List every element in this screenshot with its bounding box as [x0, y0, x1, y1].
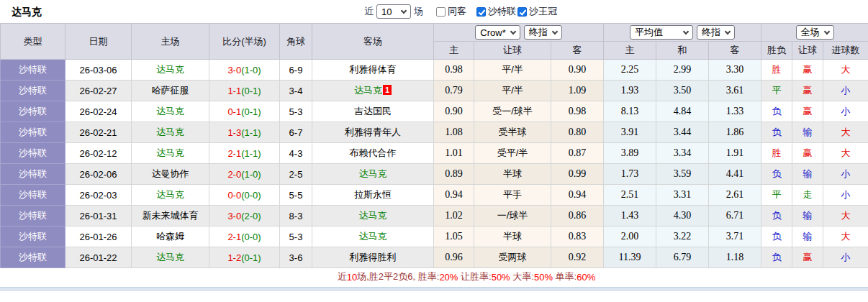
- col-header-date: 日期: [65, 24, 132, 60]
- col-header-home: 主场: [132, 24, 209, 60]
- sub-header-avg-draw: 和: [656, 42, 709, 60]
- away-odds-cell: 0.92: [551, 247, 604, 268]
- goals-result-cell: 大: [823, 206, 868, 226]
- date-cell: 26-02-12: [65, 143, 132, 164]
- home-odds-cell: 1.05: [434, 226, 474, 247]
- home-team-cell: 达马克: [132, 143, 209, 164]
- handicap-result-cell: 赢: [792, 247, 823, 268]
- away-team-cell: 达马克: [312, 164, 434, 185]
- result-cell: 胜: [761, 60, 792, 81]
- kings-cup-checkbox[interactable]: [517, 7, 527, 17]
- home-team-cell: 达马克: [132, 60, 209, 81]
- score-cell: 0-1(0-1): [209, 101, 280, 122]
- handicap-line-cell: 受一/球半: [474, 101, 551, 122]
- league-cell: 沙特联: [1, 226, 65, 247]
- corner-cell: 8-3: [280, 206, 312, 226]
- corner-cell: 5-5: [280, 185, 312, 206]
- home-odds-cell: 0.98: [434, 60, 474, 81]
- avg-draw-cell: 3.50: [656, 81, 709, 101]
- home-team-cell: 达马克: [132, 185, 209, 206]
- goals-result-cell: 小: [823, 247, 868, 268]
- date-cell: 26-01-22: [65, 247, 132, 268]
- home-team-cell: 达马克: [132, 122, 209, 143]
- goals-result-cell: 大: [823, 226, 868, 247]
- odds-group-header: Crow* 终指: [434, 24, 604, 42]
- handicap-result-cell: 赢: [792, 143, 823, 164]
- goals-result-cell: 小: [823, 101, 868, 122]
- table-row: 沙特联26-01-31新未来城体育3-0(2-0)8-3达马克1.02一/球半0…: [1, 206, 868, 226]
- match-count-select[interactable]: 10: [376, 4, 411, 19]
- bottom-divider: [0, 287, 868, 291]
- avg-draw-cell: 3.59: [656, 164, 709, 185]
- average-select[interactable]: 平均值: [630, 25, 693, 40]
- avg-home-cell: 2.00: [604, 226, 656, 247]
- summary-segment: 场,胜2平2负6, 胜率:: [357, 270, 439, 283]
- avg-draw-cell: 3.34: [656, 143, 709, 164]
- avg-home-cell: 1.43: [604, 206, 656, 226]
- result-cell: 平: [761, 81, 792, 101]
- sub-header-avg-home: 主: [604, 42, 656, 60]
- corner-cell: 4-3: [280, 143, 312, 164]
- home-odds-cell: 0.94: [434, 185, 474, 206]
- team-title: 达马克: [12, 6, 42, 19]
- table-row: 沙特联26-03-06达马克3-0(1-0)6-9利雅得体育0.98平/半0.9…: [1, 60, 868, 81]
- score-cell: 1-1(0-1): [209, 81, 280, 101]
- league-cell: 沙特联: [1, 164, 65, 185]
- goals-result-cell: 小: [823, 164, 868, 185]
- date-cell: 26-01-26: [65, 226, 132, 247]
- home-odds-cell: 0.89: [434, 164, 474, 185]
- summary-segment: 20%: [439, 272, 458, 283]
- handicap-line-cell: 受两球: [474, 247, 551, 268]
- average-time-select[interactable]: 终指: [697, 25, 735, 40]
- result-cell: 胜: [761, 143, 792, 164]
- away-odds-cell: 0.94: [551, 185, 604, 206]
- home-odds-cell: 0.90: [434, 101, 474, 122]
- same-away-checkbox[interactable]: [436, 7, 446, 17]
- away-team-cell: 利雅得胜利: [312, 247, 434, 268]
- date-cell: 26-02-03: [65, 185, 132, 206]
- summary-segment: 让胜率:: [458, 270, 491, 283]
- score-cell: 3-0(2-0): [209, 206, 280, 226]
- col-header-corner: 角球: [280, 24, 312, 60]
- corner-cell: 3-6: [280, 247, 312, 268]
- away-odds-cell: 1.09: [551, 81, 604, 101]
- avg-draw-cell: 3.22: [656, 226, 709, 247]
- avg-draw-cell: 3.44: [656, 122, 709, 143]
- home-team-cell: 哈森姆: [132, 226, 209, 247]
- away-team-cell: 利雅得体育: [312, 60, 434, 81]
- table-row: 沙特联26-02-06达曼协作2-0(1-0)2-5达马克0.89半球0.991…: [1, 164, 868, 185]
- bookmaker-select[interactable]: Crow*: [475, 25, 520, 40]
- avg-away-cell: 3.61: [709, 81, 761, 101]
- home-odds-cell: 1.02: [434, 206, 474, 226]
- avg-home-cell: 11.39: [604, 247, 656, 268]
- handicap-line-cell: 半球: [474, 164, 551, 185]
- col-header-away: 客场: [312, 24, 434, 60]
- fulltime-select[interactable]: 全场: [796, 25, 834, 40]
- chevron-down-icon: [823, 28, 829, 34]
- home-odds-cell: 1.01: [434, 143, 474, 164]
- handicap-result-cell: 输: [792, 206, 823, 226]
- date-cell: 26-02-06: [65, 164, 132, 185]
- home-team-cell: 达马克: [132, 247, 209, 268]
- away-odds-cell: 0.80: [551, 122, 604, 143]
- chevron-down-icon: [401, 7, 407, 13]
- away-odds-cell: 0.90: [551, 60, 604, 81]
- table-row: 沙特联26-01-26哈森姆2-1(0-0)5-3达马克1.05半球0.832.…: [1, 226, 868, 247]
- odds-time-select[interactable]: 终指: [524, 25, 562, 40]
- avg-home-cell: 2.51: [604, 185, 656, 206]
- avg-away-cell: 4.41: [709, 164, 761, 185]
- handicap-line-cell: 半球: [474, 226, 551, 247]
- avg-away-cell: 1.18: [709, 247, 761, 268]
- same-away-label: 同客: [448, 5, 466, 18]
- avg-draw-cell: 2.99: [656, 60, 709, 81]
- avg-away-cell: 1.91: [709, 143, 761, 164]
- summary-segment: 50%: [534, 272, 553, 283]
- away-team-cell: 达马克: [312, 226, 434, 247]
- saudi-league-checkbox[interactable]: [476, 7, 486, 17]
- result-cell: 平: [761, 185, 792, 206]
- handicap-result-cell: 赢: [792, 81, 823, 101]
- goals-result-cell: 小: [823, 185, 868, 206]
- result-cell: 负: [761, 101, 792, 122]
- table-row: 沙特联26-02-27哈萨征服1-1(0-1)3-4达马克10.79平/半1.0…: [1, 81, 868, 101]
- home-team-cell: 哈萨征服: [132, 81, 209, 101]
